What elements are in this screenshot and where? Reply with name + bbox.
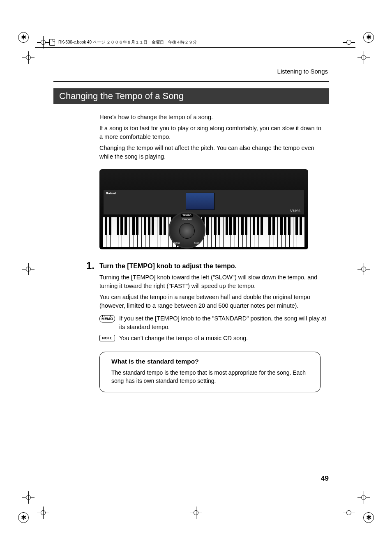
step-para: Turning the [TEMPO] knob toward the left…: [99, 273, 325, 290]
crop-mark-icon: [190, 507, 202, 519]
tempo-knob-slow: SLOW: [174, 242, 180, 244]
crop-mark-icon: [22, 51, 35, 64]
step-body: Turning the [TEMPO] knob toward the left…: [99, 273, 325, 310]
intro-para: Here's how to change the tempo of a song…: [99, 113, 325, 122]
crop-mark-icon: [37, 507, 49, 519]
tempo-knob-icon: TEMPO STANDARD SLOW FAST: [168, 212, 205, 249]
step-row: 1. Turn the [TEMPO] knob to adjust the t…: [53, 261, 329, 271]
memo-text: If you set the [TEMPO] knob to the "STAN…: [119, 314, 329, 332]
step-title: Turn the [TEMPO] knob to adjust the temp…: [99, 261, 237, 270]
crop-mark-icon: [37, 36, 49, 48]
crop-mark-icon: [343, 36, 355, 48]
info-box: What is the standard tempo? The standard…: [99, 352, 321, 392]
keyboard-illustration: Roland VIMA TEMPO STANDARD SLOW: [99, 169, 308, 249]
breadcrumb: Listening to Songs: [53, 68, 329, 75]
keyboard-screen: [186, 193, 214, 210]
section-title: Changing the Tempo of a Song: [53, 88, 329, 104]
step-number: 1.: [53, 261, 99, 271]
crop-mark-icon: [357, 263, 370, 275]
note-row: NOTE You can't change the tempo of a mus…: [99, 334, 329, 343]
crop-mark-icon: [22, 263, 35, 275]
registration-mark-icon: ✱: [363, 512, 374, 523]
page-icon: [49, 39, 55, 46]
info-answer: The standard tempo is the tempo that is …: [111, 368, 312, 385]
registration-mark-icon: ✱: [18, 32, 29, 43]
tempo-knob-fast: FAST: [194, 242, 199, 244]
crop-mark-icon: [343, 507, 355, 519]
doc-meta-text: RK-500-e.book 49 ページ ２００６年８月１１日 金曜日 午後４時…: [58, 39, 197, 45]
note-text: You can't change the tempo of a music CD…: [119, 334, 329, 343]
crop-mark-icon: [22, 491, 35, 504]
intro-para: Changing the tempo will not affect the p…: [99, 144, 325, 161]
intro-para: If a song is too fast for you to play or…: [99, 124, 325, 141]
keyboard-brand: Roland: [106, 192, 116, 195]
intro-block: Here's how to change the tempo of a song…: [99, 113, 325, 161]
step-para: You can adjust the tempo in a range betw…: [99, 293, 325, 310]
crop-mark-icon: [357, 491, 370, 504]
memo-icon: MEMO: [99, 315, 115, 322]
keyboard-logo: VIMA: [290, 209, 301, 213]
registration-mark-icon: ✱: [18, 512, 29, 523]
note-icon: NOTE: [99, 335, 115, 341]
registration-mark-icon: ✱: [363, 32, 374, 43]
memo-row: MEMO If you set the [TEMPO] knob to the …: [99, 314, 329, 332]
header-rule: [53, 81, 329, 82]
doc-meta-line: RK-500-e.book 49 ページ ２００６年８月１１日 金曜日 午後４時…: [49, 39, 197, 46]
tempo-knob-standard: STANDARD: [182, 219, 192, 221]
crop-mark-icon: [357, 51, 370, 64]
info-question: What is the standard tempo?: [111, 358, 312, 365]
tempo-knob-label: TEMPO: [181, 214, 193, 217]
